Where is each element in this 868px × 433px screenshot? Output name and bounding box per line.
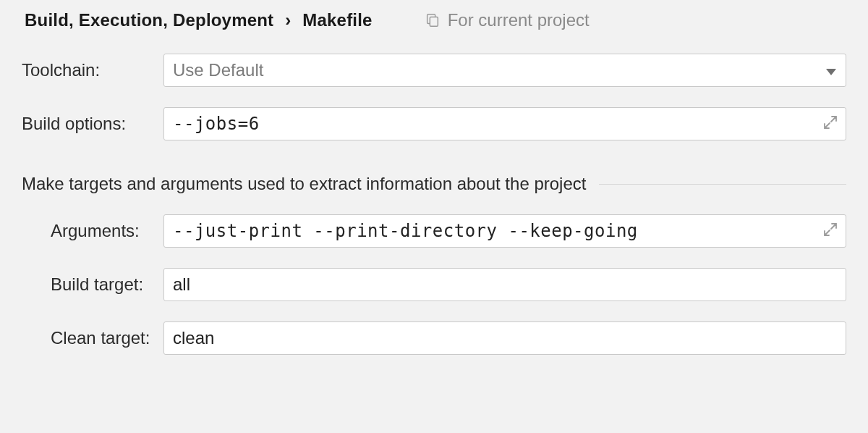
toolchain-label: Toolchain: — [22, 60, 163, 80]
build-target-input[interactable] — [163, 268, 846, 301]
toolchain-select[interactable] — [163, 54, 846, 87]
arguments-input[interactable] — [163, 214, 846, 248]
svg-rect-1 — [430, 17, 438, 26]
expand-icon[interactable] — [823, 221, 838, 241]
build-target-label: Build target: — [22, 274, 163, 295]
breadcrumb-parent[interactable]: Build, Execution, Deployment — [25, 10, 273, 30]
scope-indicator: For current project — [425, 10, 590, 30]
breadcrumb: Build, Execution, Deployment › Makefile … — [22, 10, 846, 30]
section-title: Make targets and arguments used to extra… — [22, 174, 599, 194]
arguments-label: Arguments: — [22, 221, 163, 241]
expand-icon[interactable] — [823, 114, 838, 134]
section-divider — [599, 184, 846, 185]
build-options-input[interactable] — [163, 107, 846, 140]
copy-icon — [425, 12, 441, 28]
breadcrumb-current: Makefile — [302, 10, 372, 30]
scope-label: For current project — [448, 10, 590, 30]
chevron-right-icon: › — [282, 10, 294, 30]
section-header: Make targets and arguments used to extra… — [22, 174, 846, 194]
clean-target-input[interactable] — [163, 321, 846, 355]
clean-target-label: Clean target: — [22, 328, 163, 348]
build-options-label: Build options: — [22, 114, 163, 134]
